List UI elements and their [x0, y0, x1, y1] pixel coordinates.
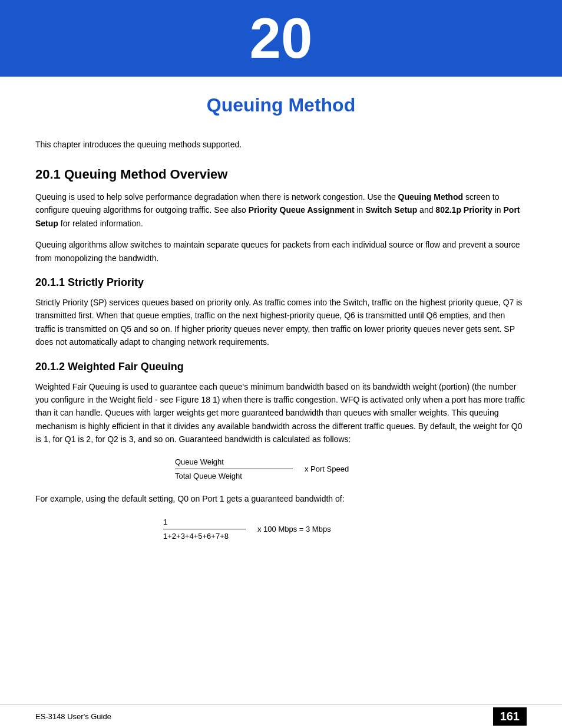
footer: ES-3148 User's Guide 161: [0, 704, 562, 728]
formula-numerator: Queue Weight: [175, 457, 293, 467]
formula-fraction: Queue Weight Total Queue Weight: [175, 457, 293, 480]
section-20-1-heading: 20.1 Queuing Method Overview: [35, 167, 527, 182]
content-area: This chapter introduces the queuing meth…: [0, 140, 562, 541]
formula-box: Queue Weight Total Queue Weight x Port S…: [175, 457, 387, 480]
example-row: 1 1+2+3+4+5+6+7+8 x 100 Mbps = 3 Mbps: [163, 518, 399, 541]
section-20-1-para2: Queuing algorithms allow switches to mai…: [35, 238, 527, 265]
section-20-1-2-heading: 20.1.2 Weighted Fair Queuing: [35, 361, 527, 373]
example-right: x 100 Mbps = 3 Mbps: [257, 525, 331, 533]
example-numerator: 1: [163, 518, 246, 528]
intro-text: This chapter introduces the queuing meth…: [35, 140, 527, 149]
formula-right: x Port Speed: [305, 465, 349, 473]
section-20-1-1-para1: Strictly Priority (SP) services queues b…: [35, 296, 527, 349]
section-20-1-2-para1: Weighted Fair Queuing is used to guarant…: [35, 380, 527, 446]
chapter-header: 20: [0, 0, 562, 77]
example-intro: For example, using the default setting, …: [35, 492, 527, 505]
section-20-1-para1: Queuing is used to help solve performanc…: [35, 190, 527, 230]
formula-denominator: Total Queue Weight: [175, 470, 293, 480]
chapter-number: 20: [0, 1, 562, 75]
example-box: 1 1+2+3+4+5+6+7+8 x 100 Mbps = 3 Mbps: [163, 518, 399, 541]
example-fraction: 1 1+2+3+4+5+6+7+8: [163, 518, 246, 541]
section-20-1-1-heading: 20.1.1 Strictly Priority: [35, 276, 527, 289]
formula-row: Queue Weight Total Queue Weight x Port S…: [175, 457, 387, 480]
example-denominator: 1+2+3+4+5+6+7+8: [163, 531, 246, 541]
example-line: [163, 529, 246, 529]
chapter-title: Queuing Method: [35, 94, 527, 116]
formula-line: [175, 469, 293, 469]
footer-page-number: 161: [493, 707, 527, 726]
page-container: 20 Queuing Method This chapter introduce…: [0, 0, 562, 728]
footer-left: ES-3148 User's Guide: [35, 712, 111, 721]
